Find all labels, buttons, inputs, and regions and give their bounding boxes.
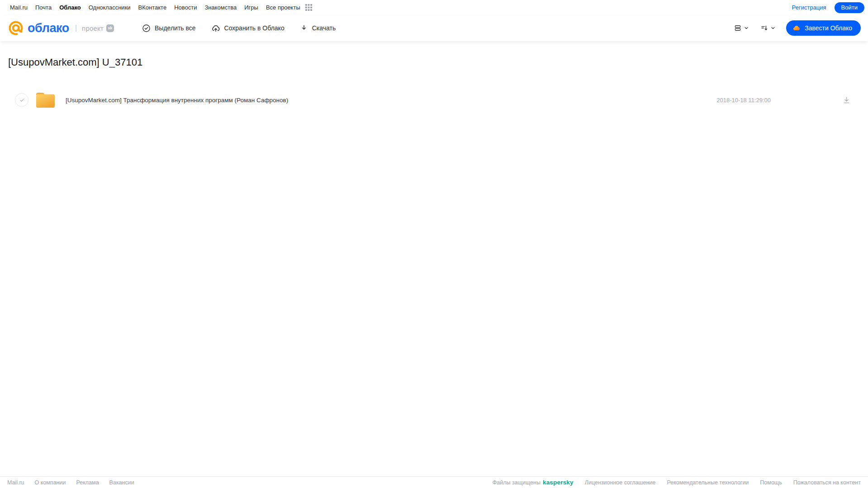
select-all-label: Выделить все [155, 24, 196, 32]
footer-link-report[interactable]: Пожаловаться на контент [793, 479, 861, 486]
folder-icon[interactable] [35, 91, 56, 109]
download-icon [300, 24, 308, 32]
footer-link-license[interactable]: Лицензионное соглашение [585, 479, 656, 486]
portal-nav: Mail.ru Почта Облако Одноклассники ВКонт… [0, 0, 868, 15]
footer-link-jobs[interactable]: Вакансии [109, 479, 134, 486]
list-view-icon [734, 24, 742, 32]
file-name-link[interactable]: [UsupovMarket.com] Трансформация внутрен… [66, 97, 288, 104]
registration-link[interactable]: Регистрация [792, 4, 826, 11]
cloud-upload-icon [211, 24, 220, 33]
main-content: [UsupovMarket.com] U_37101 [Usu [0, 41, 868, 476]
toolbar: Выделить все Сохранить в Облако Скачать [142, 24, 336, 33]
cloud-icon [792, 24, 801, 32]
footer-left-links: Mail.ru О компании Реклама Вакансии [7, 479, 134, 486]
footer-link-ads[interactable]: Реклама [76, 479, 99, 486]
sort-icon [760, 24, 768, 32]
select-all-button[interactable]: Выделить все [142, 24, 196, 33]
nav-pochta[interactable]: Почта [35, 4, 52, 11]
footer-link-help[interactable]: Помощь [760, 479, 782, 486]
chevron-down-icon [744, 25, 749, 31]
file-row[interactable]: [UsupovMarket.com] Трансформация внутрен… [7, 91, 861, 109]
page-title: [UsupovMarket.com] U_37101 [8, 57, 861, 68]
logo-divider: | [75, 24, 77, 32]
login-button[interactable]: Войти [835, 2, 864, 13]
footer-right-links: Файлы защищены kaspersky Лицензионное со… [493, 479, 861, 486]
nav-novosti[interactable]: Новости [174, 4, 197, 11]
kaspersky-protected: Файлы защищены kaspersky [493, 479, 574, 486]
vk-icon: vk [106, 24, 114, 32]
footer-link-company[interactable]: О компании [35, 479, 66, 486]
logo-wordmark: облако [28, 21, 69, 35]
nav-mailru[interactable]: Mail.ru [10, 4, 28, 11]
create-cloud-button[interactable]: Завести Облако [786, 20, 861, 36]
download-label: Скачать [312, 24, 336, 32]
download-button[interactable]: Скачать [300, 24, 336, 32]
protected-label: Файлы защищены [493, 479, 541, 486]
nav-odnoklassniki[interactable]: Одноклассники [89, 4, 131, 11]
nav-znakomstva[interactable]: Знакомства [204, 4, 237, 11]
check-circle-icon [142, 24, 151, 33]
header-right-controls: Завести Облако [734, 20, 861, 36]
footer-link-recommendations[interactable]: Рекомендательные технологии [667, 479, 749, 486]
header: облако | проект vk Выделить все Сох [0, 15, 868, 41]
kaspersky-logo[interactable]: kaspersky [543, 479, 574, 486]
view-mode-control[interactable] [734, 24, 749, 32]
file-date: 2018-10-18 11:29:00 [716, 97, 771, 104]
create-cloud-label: Завести Облако [805, 24, 852, 32]
nav-igry[interactable]: Игры [244, 4, 258, 11]
check-icon [19, 97, 25, 104]
save-to-cloud-button[interactable]: Сохранить в Облако [211, 24, 285, 33]
row-download-icon[interactable] [842, 96, 851, 104]
nav-vkontakte[interactable]: ВКонтакте [138, 4, 167, 11]
row-checkbox[interactable] [15, 93, 28, 107]
nav-all-projects[interactable]: Все проекты [266, 4, 300, 11]
project-label: проект [82, 24, 104, 32]
cloud-logo[interactable]: облако | проект vk [7, 19, 114, 37]
nav-oblako[interactable]: Облако [59, 4, 81, 11]
sort-control[interactable] [760, 24, 776, 32]
apps-grid-icon[interactable] [305, 4, 312, 11]
save-to-cloud-label: Сохранить в Облако [224, 24, 285, 32]
footer-link-mailru[interactable]: Mail.ru [7, 479, 24, 486]
footer: Mail.ru О компании Реклама Вакансии Файл… [0, 476, 868, 488]
chevron-down-icon [770, 25, 776, 31]
mailru-at-icon [7, 19, 24, 37]
